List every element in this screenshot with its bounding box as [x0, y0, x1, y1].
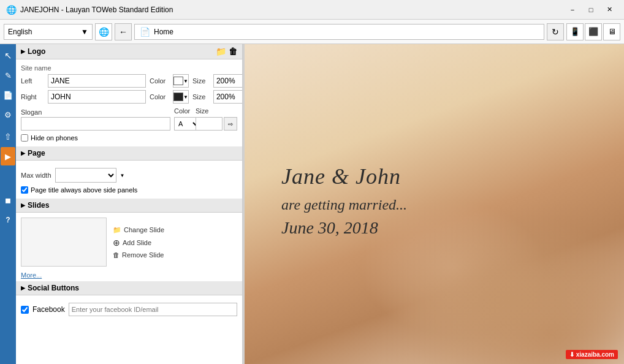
- add-slide-button[interactable]: ⊕ Add Slide: [113, 238, 164, 248]
- facebook-input[interactable]: [69, 303, 237, 316]
- hide-on-phones-label: Hide on phones: [31, 134, 78, 142]
- sidebar-icon-settings[interactable]: ⚙: [1, 105, 15, 124]
- left-input[interactable]: [48, 74, 146, 88]
- slide-actions: 📁 Change Slide ⊕ Add Slide 🗑 Remove Slid…: [113, 218, 164, 267]
- desktop-icon: 🖥: [608, 27, 616, 36]
- mobile-icon: 📱: [570, 27, 580, 36]
- plus-icon: ⊕: [113, 238, 120, 248]
- chevron-down-icon: ▼: [183, 78, 188, 84]
- site-name-label: Site name: [21, 64, 237, 72]
- title-bar: 🌐 JANEJOHN - Lauyan TOWeb Standard Editi…: [0, 0, 624, 20]
- properties-panel: ▶ Logo 📁 🗑 Site name Left Color ▼ Size: [16, 44, 243, 364]
- sidebar-icon-pages[interactable]: 📄: [1, 86, 15, 104]
- watermark: ⬇ xiazaiba.com: [566, 350, 618, 359]
- page-title-checkbox-row: Page title always above side panels: [21, 186, 237, 194]
- left-label: Left: [21, 77, 44, 85]
- wedding-subtitle: are getting married...: [281, 195, 407, 216]
- sidebar-icon-help[interactable]: ?: [1, 211, 15, 229]
- refresh-icon: ↻: [552, 27, 559, 37]
- tablet-icon: ⬛: [588, 27, 598, 36]
- left-size-label: Size: [192, 77, 210, 85]
- left-size-input[interactable]: [213, 74, 243, 88]
- sidebar-icon-play[interactable]: ▶: [1, 147, 15, 165]
- page-section-header[interactable]: ▶ Page: [16, 146, 242, 161]
- right-label: Right: [21, 93, 44, 100]
- more-link[interactable]: More...: [16, 271, 242, 281]
- refresh-button[interactable]: ↻: [547, 23, 564, 40]
- slogan-input[interactable]: [21, 117, 170, 131]
- right-size-input[interactable]: [213, 90, 243, 104]
- main-layout: ↖ ✎ 📄 ⚙ ⇧ ▶ ◼ ? ▶ Logo 📁 🗑 Site name Lef…: [0, 44, 624, 364]
- page-section-content: Max width ▼ Page title always above side…: [16, 161, 242, 199]
- address-bar-value: Home: [154, 28, 173, 36]
- right-color-label: Color: [150, 93, 169, 100]
- sidebar-icon-upload[interactable]: ⇧: [1, 127, 15, 146]
- triangle-icon: ▶: [21, 202, 25, 208]
- download-icon: ⬇: [569, 351, 574, 358]
- triangle-icon: ▶: [21, 285, 25, 291]
- trash-icon[interactable]: 🗑: [229, 47, 237, 56]
- slogan-color-label: Color: [174, 107, 190, 115]
- device-group: 📱 ⬛ 🖥: [566, 23, 620, 40]
- slides-section-header[interactable]: ▶ Slides: [16, 199, 242, 213]
- slogan-size-input[interactable]: [196, 117, 223, 131]
- right-input[interactable]: [48, 90, 146, 104]
- social-section-header[interactable]: ▶ Social Buttons: [16, 281, 242, 295]
- trash-icon: 🗑: [113, 251, 120, 259]
- social-section-content: Facebook: [16, 295, 242, 321]
- wedding-date: June 30, 2018: [281, 218, 407, 237]
- watermark-text: xiazaiba.com: [576, 351, 614, 358]
- right-field-row: Right Color ▼ Size ⇨: [21, 90, 237, 104]
- language-selector[interactable]: English ▼: [4, 24, 93, 40]
- triangle-icon: ▶: [21, 48, 25, 55]
- tablet-view-button[interactable]: ⬛: [585, 23, 602, 40]
- page-section-title: Page: [28, 149, 45, 157]
- mobile-view-button[interactable]: 📱: [566, 23, 584, 40]
- folder-icon: 📁: [113, 226, 121, 234]
- desktop-view-button[interactable]: 🖥: [603, 23, 620, 40]
- hide-on-phones-checkbox[interactable]: [21, 134, 28, 142]
- minimize-button[interactable]: −: [564, 4, 581, 16]
- page-title-checkbox[interactable]: [21, 186, 28, 194]
- facebook-label: Facebook: [32, 305, 65, 314]
- wedding-text-overlay: Jane & John are getting married... June …: [281, 164, 407, 238]
- back-button[interactable]: ←: [115, 23, 132, 40]
- address-bar[interactable]: 📄 Home: [134, 24, 544, 40]
- window-controls[interactable]: − □ ✕: [564, 4, 618, 16]
- maximize-button[interactable]: □: [582, 4, 599, 16]
- logo-section-header[interactable]: ▶ Logo 📁 🗑: [16, 44, 242, 59]
- slogan-size-label: Size: [196, 107, 208, 115]
- slogan-label: Slogan: [21, 108, 170, 116]
- preview-area: Jane & John are getting married... June …: [245, 44, 624, 364]
- chevron-down-icon: ▼: [183, 94, 188, 100]
- chevron-down-icon: ▼: [81, 28, 88, 36]
- app-icon: 🌐: [6, 5, 17, 15]
- slide-preview[interactable]: [21, 218, 107, 267]
- close-button[interactable]: ✕: [601, 4, 618, 16]
- slogan-size-icon-btn[interactable]: ⇨: [224, 117, 237, 131]
- facebook-checkbox[interactable]: [21, 306, 29, 314]
- social-section-title: Social Buttons: [28, 284, 79, 292]
- sidebar-icon-shield[interactable]: ◼: [1, 191, 15, 210]
- change-slide-button[interactable]: 📁 Change Slide: [113, 226, 164, 234]
- globe-button[interactable]: 🌐: [95, 23, 112, 40]
- remove-slide-button[interactable]: 🗑 Remove Slide: [113, 251, 164, 259]
- left-color-picker[interactable]: ▼: [173, 74, 189, 88]
- wedding-title: Jane & John: [281, 164, 407, 190]
- sidebar-icon-edit[interactable]: ✎: [1, 66, 15, 85]
- language-value: English: [8, 28, 32, 36]
- max-width-select[interactable]: [55, 168, 116, 183]
- logo-section-content: Site name Left Color ▼ Size ⇨ Right Colo…: [16, 59, 242, 146]
- right-color-picker[interactable]: ▼: [173, 90, 189, 104]
- app-title: JANEJOHN - Lauyan TOWeb Standard Edition: [20, 6, 173, 14]
- back-icon: ←: [119, 27, 127, 37]
- toolbar: English ▼ 🌐 ← 📄 Home ↻ 📱 ⬛ 🖥: [0, 20, 624, 44]
- page-icon: 📄: [140, 27, 150, 37]
- slides-section-content: 📁 Change Slide ⊕ Add Slide 🗑 Remove Slid…: [16, 213, 242, 271]
- left-color-label: Color: [150, 77, 169, 85]
- sidebar-icon-cursor[interactable]: ↖: [1, 47, 15, 65]
- right-size-label: Size: [192, 93, 210, 100]
- hide-on-phones-row: Hide on phones: [21, 134, 237, 142]
- max-width-label: Max width: [21, 172, 51, 179]
- folder-icon[interactable]: 📁: [216, 47, 226, 56]
